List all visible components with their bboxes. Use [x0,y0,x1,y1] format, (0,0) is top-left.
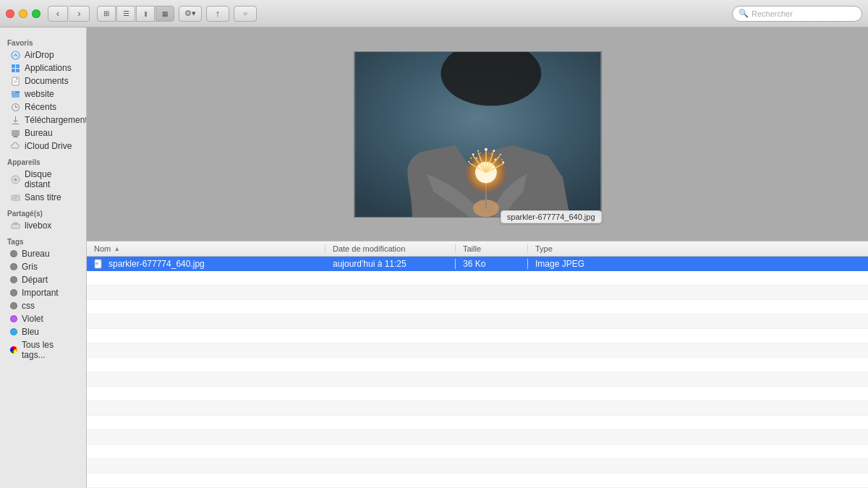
website-label: website [25,89,54,99]
file-date: aujourd'hui à 11:25 [326,259,456,269]
documents-icon [10,76,20,86]
sidebar-item-icloud[interactable]: iCloud Drive [3,140,83,153]
documents-label: Documents [25,76,69,86]
sidebar-item-livebox[interactable]: livebox [3,219,83,232]
sidebar-item-website[interactable]: website [3,87,83,100]
tag-button[interactable]: ○ [234,6,257,22]
bureau-icon [10,128,20,138]
empty-row [87,387,868,401]
recents-label: Récents [25,102,56,112]
column-header-type[interactable]: Type [528,244,868,253]
tag-bleu-label: Bleu [22,327,39,337]
airdrop-icon [10,50,20,60]
sidebar-item-tag-important[interactable]: Important [3,286,83,299]
view-list-button[interactable]: ☰ [116,6,135,22]
file-name: sparkler-677774_640.jpg [109,259,205,269]
applications-label: Applications [25,63,72,73]
applications-icon [10,63,20,73]
empty-row [87,459,868,474]
search-icon: 🔍 [739,9,749,18]
options-button[interactable]: ⚙▾ [179,6,202,22]
tag-depart-label: Départ [22,275,48,285]
sidebar: Favoris AirDrop Applications Documents w… [0,27,87,488]
empty-row [87,474,868,488]
tag-css-dot [10,302,17,309]
tag-gris-label: Gris [22,262,38,272]
svg-point-19 [14,179,16,180]
sidebar-item-airdrop[interactable]: AirDrop [3,48,83,61]
column-header-name[interactable]: Nom ▲ [87,244,326,253]
sidebar-item-bureau[interactable]: Bureau [3,127,83,140]
sans-titre-icon [10,192,20,202]
disque-distant-label: Disque distant [25,169,76,189]
sidebar-item-telechargements[interactable]: Téléchargements [3,114,83,127]
sidebar-item-tag-bureau[interactable]: Bureau [3,247,83,260]
title-bar: ‹ › ⊞ ☰ ||| ▦ ⚙▾ ↑ ○ 🔍 Rechercher [0,0,868,27]
back-button[interactable]: ‹ [48,6,68,22]
share-button[interactable]: ↑ [206,6,229,22]
empty-row [87,300,868,314]
tag-violet-label: Violet [22,314,43,324]
sidebar-item-tag-violet[interactable]: Violet [3,312,83,325]
empty-row [87,343,868,358]
sidebar-item-applications[interactable]: Applications [3,61,83,74]
sidebar-item-tag-depart[interactable]: Départ [3,273,83,286]
tag-important-label: Important [22,288,59,298]
svg-rect-2 [16,64,20,68]
tag-bureau-label: Bureau [22,249,50,259]
telechargements-icon [10,115,20,125]
svg-point-40 [484,147,487,150]
svg-point-46 [494,158,495,160]
sidebar-item-tag-all[interactable]: Tous les tags... [3,338,83,361]
empty-row [87,401,868,416]
sidebar-item-sans-titre[interactable]: Sans titre [3,191,83,204]
sidebar-item-disque-distant[interactable]: Disque distant [3,168,83,191]
airdrop-label: AirDrop [25,50,54,60]
website-icon [10,89,20,99]
tag-gris-dot [10,263,17,270]
search-box[interactable]: 🔍 Rechercher [732,6,862,22]
close-button[interactable] [6,9,14,18]
view-gallery-button[interactable]: ▦ [156,6,174,22]
file-list-header: Nom ▲ Date de modification Taille Type [87,241,868,257]
tag-bureau-dot [10,250,17,257]
svg-rect-4 [16,69,20,72]
sidebar-item-tag-gris[interactable]: Gris [3,260,83,273]
sidebar-item-recents[interactable]: Récents [3,100,83,114]
svg-rect-5 [12,77,19,85]
svg-rect-22 [13,198,17,199]
svg-point-38 [472,153,474,155]
sidebar-item-tag-css[interactable]: css [3,299,83,312]
svg-point-50 [501,158,502,160]
svg-point-42 [499,153,501,155]
svg-rect-3 [12,69,15,72]
tag-violet-dot [10,315,17,322]
svg-point-0 [12,51,20,59]
icloud-icon [10,141,20,151]
forward-button[interactable]: › [69,6,90,22]
svg-rect-23 [12,224,20,228]
svg-rect-52 [95,262,98,265]
empty-row [87,445,868,459]
svg-rect-14 [12,130,20,136]
file-icon [94,259,104,269]
svg-point-48 [479,152,480,153]
preview-area: sparkler-677774_640.jpg [87,27,868,241]
sidebar-section-favoris: Favoris [0,33,86,48]
file-row[interactable]: sparkler-677774_640.jpg aujourd'hui à 11… [87,257,868,271]
sidebar-section-partage: Partagé(s) [0,204,86,219]
sidebar-item-documents[interactable]: Documents [3,74,83,87]
icloud-label: iCloud Drive [25,141,72,151]
view-icons-button[interactable]: ⊞ [97,6,116,22]
tag-css-label: css [22,301,35,311]
empty-row [87,329,868,343]
sidebar-item-tag-bleu[interactable]: Bleu [3,325,83,338]
column-header-size[interactable]: Taille [456,244,528,253]
svg-rect-20 [12,195,20,200]
maximize-button[interactable] [32,9,41,18]
column-header-date[interactable]: Date de modification [326,244,456,253]
minimize-button[interactable] [19,9,27,18]
empty-row [87,358,868,372]
view-columns-button[interactable]: ||| [136,6,155,22]
filename-tooltip: sparkler-677774_640.jpg [501,210,602,223]
